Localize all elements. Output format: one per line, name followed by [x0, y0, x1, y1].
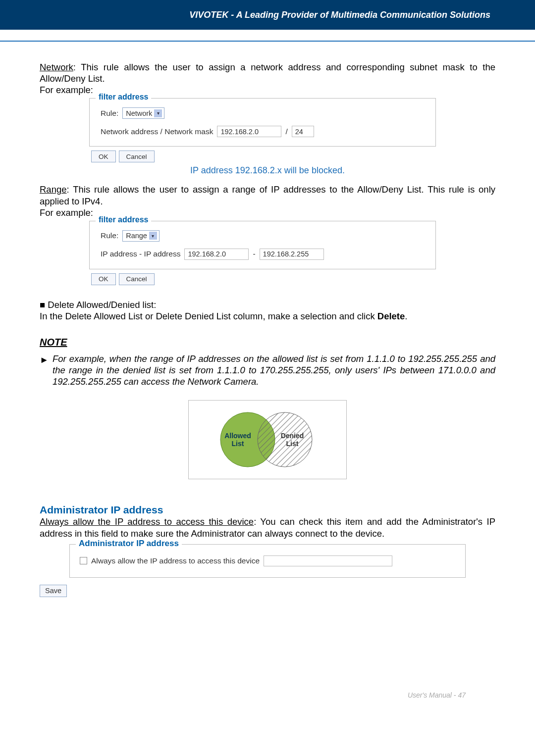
- header-title: VIVOTEK - A Leading Provider of Multimed…: [189, 10, 490, 20]
- chevron-down-icon: ▾: [149, 232, 157, 240]
- note-body: For example, when the range of IP addres…: [40, 353, 495, 387]
- svg-point-2: [258, 412, 312, 467]
- admin-check-label: Always allow the IP address to access th…: [91, 556, 260, 565]
- venn-allowed-l1: Allowed: [224, 432, 251, 440]
- rule-select-2[interactable]: Range ▾: [122, 230, 160, 242]
- save-button[interactable]: Save: [40, 585, 67, 597]
- network-caption: IP address 192.168.2.x will be blocked.: [40, 165, 495, 176]
- network-label: Network: [40, 62, 73, 72]
- venn-denied-l1: Denied: [281, 432, 304, 440]
- netaddr-row: Network address / Network mask 192.168.2…: [101, 126, 425, 137]
- filter-address-network-fieldset: filter address Rule: Network ▾ Network a…: [89, 98, 436, 147]
- filter-address-range-fieldset: filter address Rule: Range ▾ IP address …: [89, 221, 436, 269]
- delete-body-pre: In the Delete Allowed List or Delete Den…: [40, 311, 377, 321]
- rule-select[interactable]: Network ▾: [122, 107, 164, 119]
- admin-desc-label: Always allow the IP address to access th…: [40, 516, 254, 527]
- fs2-button-row: OK Cancel: [91, 273, 495, 285]
- cancel-button[interactable]: Cancel: [119, 151, 155, 162]
- rule-label-2: Rule:: [101, 231, 118, 240]
- rule-select-value: Network: [126, 109, 152, 117]
- rule-row-2: Rule: Range ▾: [101, 230, 425, 242]
- admin-heading: Administrator IP address: [40, 504, 495, 516]
- delete-title: Delete Allowed/Denied list:: [48, 300, 156, 310]
- chevron-down-icon: ▾: [154, 109, 162, 117]
- venn-allowed-l2: List: [232, 440, 244, 448]
- admin-ip-fieldset: Administrator IP address Always allow th…: [69, 544, 466, 578]
- fieldset-legend-2: filter address: [96, 215, 151, 224]
- network-address-input[interactable]: 192.168.2.0: [217, 126, 281, 137]
- ip-start-input[interactable]: 192.168.2.0: [184, 249, 249, 260]
- always-allow-checkbox[interactable]: [80, 557, 87, 564]
- page-footer: User's Manual - 47: [40, 686, 495, 699]
- admin-legend: Administrator IP address: [76, 539, 182, 549]
- slash-sep: /: [285, 127, 287, 136]
- ok-button-2[interactable]: OK: [91, 273, 116, 285]
- delete-body-bold: Delete: [377, 311, 405, 321]
- note-heading: NOTE: [40, 337, 495, 348]
- admin-check-row: Always allow the IP address to access th…: [80, 555, 455, 566]
- network-paragraph: Network: This rule allows the user to as…: [40, 61, 495, 84]
- iprange-label: IP address - IP address: [101, 250, 180, 258]
- delete-body: In the Delete Allowed List or Delete Den…: [40, 310, 495, 322]
- iprange-row: IP address - IP address 192.168.2.0 - 19…: [101, 249, 425, 260]
- fieldset-legend: filter address: [96, 93, 151, 101]
- page-content: Network: This rule allows the user to as…: [0, 42, 535, 714]
- dash-sep: -: [253, 250, 255, 258]
- delete-heading: ■ Delete Allowed/Denied list:: [40, 299, 495, 310]
- venn-denied-l2: List: [286, 440, 299, 448]
- rule-select-value-2: Range: [126, 232, 147, 240]
- admin-ip-input[interactable]: [264, 555, 392, 566]
- venn-svg: Allowed List Denied List: [193, 403, 342, 477]
- ok-button[interactable]: OK: [91, 151, 116, 162]
- range-label: Range: [40, 184, 67, 195]
- network-mask-input[interactable]: 24: [292, 126, 314, 137]
- rule-row: Rule: Network ▾: [101, 107, 425, 119]
- fs1-button-row: OK Cancel: [91, 151, 495, 162]
- range-desc: : This rule allows the user to assign a …: [40, 184, 495, 206]
- netaddr-label: Network address / Network mask: [101, 127, 213, 136]
- admin-desc-paragraph: Always allow the IP address to access th…: [40, 516, 495, 539]
- bullet-icon: ■: [40, 300, 45, 310]
- rule-label: Rule:: [101, 109, 118, 118]
- delete-body-post: .: [405, 311, 407, 321]
- page-header: VIVOTEK - A Leading Provider of Multimed…: [0, 0, 535, 30]
- cancel-button-2[interactable]: Cancel: [119, 273, 155, 285]
- venn-diagram: Allowed List Denied List: [188, 400, 347, 479]
- range-paragraph: Range: This rule allows the user to assi…: [40, 184, 495, 206]
- ip-end-input[interactable]: 192.168.2.255: [260, 249, 324, 260]
- network-desc: : This rule allows the user to assign a …: [40, 62, 495, 84]
